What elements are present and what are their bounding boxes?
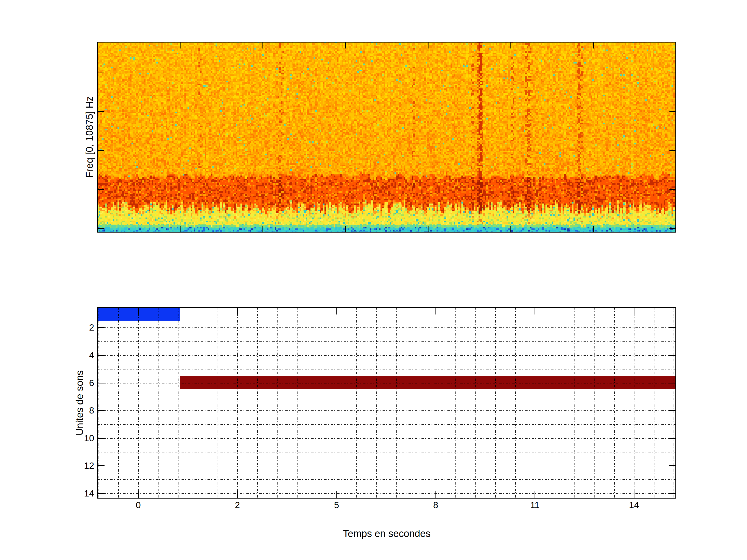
y-gridline <box>97 314 676 314</box>
figure-window: { "window": { "background": "#ffffff", "… <box>0 0 747 560</box>
unit-ytick <box>669 383 676 383</box>
x-gridline <box>574 307 575 499</box>
x-gridline <box>654 307 654 499</box>
y-gridline <box>97 369 676 369</box>
x-gridline <box>356 307 357 499</box>
spectrogram-ytick <box>97 150 104 151</box>
unit-ytick <box>669 355 676 356</box>
spectrogram-xtick <box>180 226 181 233</box>
x-gridline <box>376 307 377 499</box>
y-gridline <box>97 452 676 452</box>
time-tick-label: 2 <box>222 500 253 510</box>
x-gridline <box>237 307 238 499</box>
unit-ytick <box>97 493 105 494</box>
y-gridline <box>97 327 676 328</box>
time-tick-label: 5 <box>321 500 352 510</box>
spectrogram-xtick <box>345 42 346 49</box>
unit-tick-label: 8 <box>66 405 94 416</box>
x-gridline <box>436 307 436 499</box>
unit-tick-label: 12 <box>66 460 94 471</box>
x-gridline <box>198 307 198 499</box>
x-gridline <box>257 307 258 499</box>
unit-ytick <box>97 355 105 356</box>
spectrogram-ytick <box>669 189 676 190</box>
time-tick-label: 8 <box>420 500 451 510</box>
x-gridline <box>674 307 674 499</box>
x-gridline <box>495 307 496 499</box>
spectrogram-plot <box>97 42 676 233</box>
x-gridline <box>317 307 317 499</box>
unit-ytick <box>669 493 676 494</box>
sound-units-axes-box <box>97 307 676 499</box>
unit-tick-label: 14 <box>66 488 94 499</box>
x-gridline <box>396 307 396 499</box>
unit-tick-label: 6 <box>66 378 94 388</box>
unit-ytick <box>669 438 676 439</box>
x-gridline <box>475 307 476 499</box>
y-gridline <box>97 438 676 439</box>
y-gridline <box>97 424 676 425</box>
unit-ytick <box>669 327 676 328</box>
x-gridline <box>634 307 635 499</box>
spectrogram-xtick <box>428 226 429 233</box>
spectrogram-xtick <box>262 226 263 233</box>
y-gridline <box>97 383 676 383</box>
spectrogram-ylabel: Freq [0, 10875] Hz <box>84 97 95 178</box>
y-gridline <box>97 397 676 397</box>
spectrogram-ytick <box>669 73 676 73</box>
segment-unit-6 <box>180 376 676 389</box>
x-gridline <box>535 307 535 499</box>
x-gridline <box>555 307 555 499</box>
time-xtick <box>634 491 635 499</box>
x-gridline <box>158 307 158 499</box>
spectrogram-ytick <box>669 150 676 151</box>
sound-units-plot <box>97 307 676 499</box>
time-axis-label: Temps en secondes <box>343 528 431 539</box>
time-xtick <box>436 307 436 315</box>
unit-ytick <box>97 465 105 466</box>
unit-ytick <box>669 465 676 466</box>
x-gridline <box>217 307 218 499</box>
spectrogram-xtick <box>593 226 594 233</box>
x-gridline <box>515 307 516 499</box>
unit-ytick <box>97 383 105 383</box>
spectrogram-xtick <box>262 42 263 49</box>
spectrogram-ytick <box>97 111 104 112</box>
unit-ytick <box>97 327 105 328</box>
x-gridline <box>178 307 178 499</box>
time-xtick <box>535 307 535 315</box>
time-xtick <box>436 491 436 499</box>
unit-ytick <box>97 410 105 411</box>
time-xtick <box>535 491 535 499</box>
x-gridline <box>337 307 337 499</box>
spectrogram-xtick <box>511 42 511 49</box>
unit-tick-label: 4 <box>66 350 94 361</box>
x-gridline <box>99 307 99 499</box>
spectrogram-ytick <box>669 111 676 112</box>
time-tick-label: 11 <box>519 500 550 510</box>
spectrogram-xtick <box>180 42 181 49</box>
unit-tick-label: 10 <box>66 433 94 443</box>
time-xtick <box>237 307 238 315</box>
x-gridline <box>277 307 278 499</box>
spectrogram-image <box>97 42 676 233</box>
y-gridline <box>97 479 676 480</box>
time-xtick <box>634 307 635 315</box>
time-xtick <box>336 307 337 315</box>
time-xtick <box>138 491 139 499</box>
spectrogram-xtick <box>593 42 594 49</box>
x-gridline <box>297 307 298 499</box>
x-gridline <box>594 307 595 499</box>
x-gridline <box>456 307 456 499</box>
y-gridline <box>97 465 676 466</box>
time-xtick <box>336 491 337 499</box>
spectrogram-ytick <box>669 228 676 229</box>
spectrogram-xtick <box>428 42 429 49</box>
y-gridline <box>97 355 676 356</box>
y-gridline <box>97 494 676 494</box>
time-tick-label: 0 <box>123 500 154 510</box>
x-gridline <box>138 307 139 499</box>
x-gridline <box>614 307 615 499</box>
x-gridline <box>416 307 416 499</box>
spectrogram-xtick <box>511 226 511 233</box>
